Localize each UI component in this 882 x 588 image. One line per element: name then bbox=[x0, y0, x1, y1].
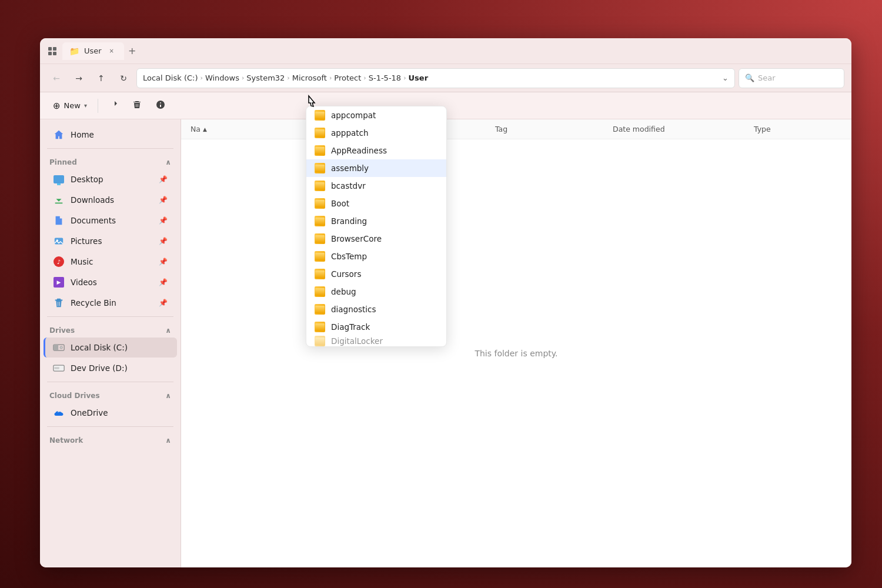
dropdown-item-diagtrack[interactable]: DiagTrack bbox=[306, 318, 446, 336]
sidebar-item-documents[interactable]: Documents 📌 bbox=[44, 211, 177, 230]
search-box[interactable]: 🔍 Sear bbox=[739, 68, 844, 88]
sidebar-divider-1 bbox=[47, 148, 173, 149]
svg-rect-2 bbox=[48, 52, 52, 55]
active-tab[interactable]: 📁 User × bbox=[62, 42, 124, 60]
dropdown-item-browsercore[interactable]: BrowserCore bbox=[306, 230, 446, 248]
breadcrumb-microsoft[interactable]: Microsoft bbox=[292, 74, 327, 82]
svg-rect-0 bbox=[48, 47, 52, 51]
downloads-icon bbox=[53, 194, 65, 206]
folder-icon-cursors bbox=[315, 269, 325, 279]
sidebar-documents-label: Documents bbox=[71, 216, 116, 225]
col-header-date[interactable]: Date modified bbox=[613, 125, 754, 133]
dropdown-label-branding: Branding bbox=[331, 216, 367, 226]
title-bar: 📁 User × + bbox=[40, 38, 851, 64]
dropdown-label-diagtrack: DiagTrack bbox=[331, 322, 370, 332]
sidebar-item-dev-drive[interactable]: Dev Drive (D:) bbox=[44, 358, 177, 378]
window-grid-icon bbox=[47, 46, 58, 56]
sidebar-divider-3 bbox=[47, 382, 173, 382]
dropdown-item-assembly[interactable]: assembly bbox=[306, 159, 446, 177]
breadcrumb-sep-1: › bbox=[242, 74, 244, 82]
network-label: Network bbox=[49, 436, 83, 445]
sidebar-home-label: Home bbox=[71, 130, 94, 139]
properties-button[interactable] bbox=[150, 96, 171, 115]
search-icon: 🔍 bbox=[745, 74, 754, 82]
breadcrumb-expand-icon[interactable]: ⌄ bbox=[722, 74, 729, 82]
sidebar-cloud-section[interactable]: Cloud Drives ∧ bbox=[40, 386, 181, 402]
dropdown-item-apppatch[interactable]: apppatch bbox=[306, 124, 446, 142]
up-button[interactable]: ↑ bbox=[92, 69, 111, 88]
dropdown-item-digitallocker[interactable]: DigitalLocker bbox=[306, 336, 446, 346]
sidebar-onedrive-label: OneDrive bbox=[71, 408, 108, 417]
dropdown-item-cbstemp[interactable]: CbsTemp bbox=[306, 248, 446, 265]
sidebar-item-videos[interactable]: ▶ Videos 📌 bbox=[44, 272, 177, 292]
sidebar-item-pictures[interactable]: Pictures 📌 bbox=[44, 231, 177, 251]
breadcrumb-local-disk[interactable]: Local Disk (C:) bbox=[143, 74, 198, 82]
dropdown-item-appreadiness[interactable]: AppReadiness bbox=[306, 142, 446, 159]
breadcrumb-system32[interactable]: System32 bbox=[246, 74, 285, 82]
sidebar-pinned-section[interactable]: Pinned ∧ bbox=[40, 152, 181, 169]
back-button[interactable]: ← bbox=[47, 69, 66, 88]
folder-icon-debug bbox=[315, 286, 325, 297]
refresh-button[interactable]: ↻ bbox=[114, 69, 133, 88]
sidebar-drives-section[interactable]: Drives ∧ bbox=[40, 320, 181, 337]
breadcrumb-sep-4: › bbox=[363, 74, 366, 82]
breadcrumb-s1518[interactable]: S-1-5-18 bbox=[369, 74, 401, 82]
dropdown-item-cursors[interactable]: Cursors bbox=[306, 265, 446, 283]
folder-icon-bcastdvr bbox=[315, 181, 325, 191]
col-header-type[interactable]: Type bbox=[754, 125, 842, 133]
folder-icon-diagtrack bbox=[315, 322, 325, 332]
cloud-collapse-icon: ∧ bbox=[165, 392, 171, 400]
breadcrumb-protect[interactable]: Protect bbox=[334, 74, 361, 82]
forward-button[interactable]: → bbox=[69, 69, 88, 88]
dropdown-item-boot[interactable]: Boot bbox=[306, 195, 446, 212]
breadcrumb-sep-0: › bbox=[200, 74, 202, 82]
delete-icon bbox=[132, 100, 142, 111]
col-header-tag[interactable]: Tag bbox=[495, 125, 613, 133]
dropdown-label-cursors: Cursors bbox=[331, 269, 361, 279]
new-label: New bbox=[64, 101, 81, 110]
dropdown-item-appcompat[interactable]: appcompat bbox=[306, 106, 446, 124]
sidebar-item-home[interactable]: Home bbox=[44, 125, 177, 145]
delete-button[interactable] bbox=[126, 96, 148, 115]
search-placeholder: Sear bbox=[758, 74, 776, 82]
sidebar-item-recycle-bin[interactable]: Recycle Bin 📌 bbox=[44, 293, 177, 313]
dropdown-item-debug[interactable]: debug bbox=[306, 283, 446, 300]
sidebar-network-section[interactable]: Network ∧ bbox=[40, 430, 181, 447]
pinned-collapse-icon: ∧ bbox=[165, 158, 171, 166]
sidebar-item-local-disk[interactable]: Local Disk (C:) bbox=[44, 338, 177, 358]
dropdown-label-cbstemp: CbsTemp bbox=[331, 252, 367, 261]
dropdown-item-diagnostics[interactable]: diagnostics bbox=[306, 300, 446, 318]
folder-icon-appreadiness bbox=[315, 145, 325, 156]
breadcrumb-windows[interactable]: Windows bbox=[205, 74, 239, 82]
pictures-pin-icon: 📌 bbox=[159, 237, 168, 245]
dropdown-label-bcastdvr: bcastdvr bbox=[331, 181, 366, 191]
sidebar-dev-drive-label: Dev Drive (D:) bbox=[71, 363, 128, 373]
sidebar-item-downloads[interactable]: Downloads 📌 bbox=[44, 190, 177, 210]
documents-pin-icon: 📌 bbox=[159, 216, 168, 225]
share-button[interactable] bbox=[103, 96, 124, 115]
recycle-bin-pin-icon: 📌 bbox=[159, 299, 168, 307]
drives-collapse-icon: ∧ bbox=[165, 326, 171, 335]
navigation-toolbar: ← → ↑ ↻ Local Disk (C:) › Windows › Syst… bbox=[40, 64, 851, 92]
tab-close-button[interactable]: × bbox=[106, 46, 117, 56]
downloads-pin-icon: 📌 bbox=[159, 196, 168, 204]
col-type-label: Type bbox=[754, 125, 771, 133]
recycle-bin-icon bbox=[53, 297, 65, 309]
new-tab-button[interactable]: + bbox=[124, 43, 141, 59]
dropdown-item-branding[interactable]: Branding bbox=[306, 212, 446, 230]
music-pin-icon: 📌 bbox=[159, 258, 168, 266]
sidebar: Home Pinned ∧ Desktop 📌 bbox=[40, 119, 181, 567]
dropdown-item-bcastdvr[interactable]: bcastdvr bbox=[306, 177, 446, 195]
sidebar-item-onedrive[interactable]: OneDrive bbox=[44, 403, 177, 423]
pinned-label: Pinned bbox=[49, 158, 77, 166]
sidebar-item-music[interactable]: ♪ Music 📌 bbox=[44, 252, 177, 272]
dropdown-label-apppatch: apppatch bbox=[331, 128, 369, 138]
onedrive-icon bbox=[53, 407, 65, 419]
new-button[interactable]: ⊕ New ▾ bbox=[47, 97, 93, 115]
videos-pin-icon: 📌 bbox=[159, 278, 168, 286]
sidebar-local-disk-label: Local Disk (C:) bbox=[71, 343, 128, 352]
sidebar-item-desktop[interactable]: Desktop 📌 bbox=[44, 169, 177, 189]
dev-drive-icon bbox=[53, 362, 65, 374]
breadcrumb[interactable]: Local Disk (C:) › Windows › System32 › M… bbox=[136, 68, 735, 88]
breadcrumb-sep-3: › bbox=[329, 74, 332, 82]
